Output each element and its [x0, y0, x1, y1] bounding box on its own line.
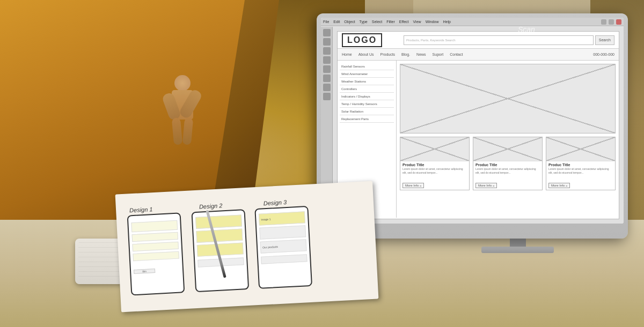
nav-about[interactable]: About Us: [358, 53, 374, 56]
menu-effect[interactable]: Effect: [399, 20, 409, 24]
website-wireframe: LOGO Products, Parts, Keywords Search Se…: [337, 31, 619, 219]
tool-text[interactable]: [323, 56, 331, 64]
product-title-1: Produc Title: [400, 161, 469, 167]
nav-support[interactable]: Suport: [433, 53, 444, 56]
product-image-1: [400, 137, 469, 161]
product-more-info-3[interactable]: More Info »: [548, 183, 570, 188]
nav-news[interactable]: News: [416, 53, 426, 56]
product-desc-1: Lorem ipsum dolor sit amet, consectetur …: [400, 167, 469, 175]
scan-annotation: Scan: [518, 25, 535, 34]
website-content: Produc Title Lorem ipsum dolor sit amet,…: [397, 61, 619, 218]
window-controls: [601, 19, 621, 25]
website-search-bar[interactable]: Products, Parts, Keywords Search: [404, 35, 594, 45]
product-card-3: Produc Title Lorem ipsum dolor sit amet,…: [546, 137, 616, 190]
design-label-1: Design 1: [129, 206, 153, 213]
sidebar-wind[interactable]: Wind Anemometer: [340, 70, 394, 78]
menu-window[interactable]: Window: [426, 20, 439, 24]
sidebar-weather[interactable]: Weather Stations: [340, 78, 394, 85]
wooden-mannequin: [161, 75, 204, 172]
menu-filter[interactable]: Filter: [386, 20, 395, 24]
website-logo: LOGO: [342, 33, 382, 47]
menu-type[interactable]: Type: [360, 20, 368, 24]
menu-select[interactable]: Select: [372, 20, 382, 24]
maximize-button[interactable]: [609, 19, 614, 25]
product-image-2: [473, 137, 542, 161]
website-header: LOGO Products, Parts, Keywords Search Se…: [338, 32, 619, 49]
product-image-3: [546, 137, 615, 161]
software-canvas: LOGO Products, Parts, Keywords Search Se…: [333, 27, 624, 224]
tool-crop[interactable]: [323, 75, 331, 82]
minimize-button[interactable]: [601, 19, 606, 25]
mannequin-head: [174, 75, 191, 91]
nav-blog[interactable]: Blog.: [401, 53, 410, 56]
tool-fill[interactable]: [323, 84, 331, 91]
phone-wireframe-2: [191, 209, 249, 292]
nav-phone: 000-000-000: [593, 53, 614, 56]
mannequin-left-leg: [172, 117, 182, 145]
product-more-info-2[interactable]: More Info »: [475, 183, 497, 188]
software-toolbar: File Edit Object Type Select Filter Effe…: [321, 18, 624, 26]
menu-help[interactable]: Help: [443, 20, 451, 24]
monitor-base: [481, 247, 554, 253]
tool-select[interactable]: [323, 29, 331, 36]
search-placeholder: Products, Parts, Keywords Search: [406, 39, 455, 42]
product-more-info-1[interactable]: More Info »: [402, 183, 424, 188]
menu-edit[interactable]: Edit: [333, 20, 340, 24]
sidebar-rainfall[interactable]: Rainfall Sensors: [340, 63, 394, 70]
mannequin-right-leg: [182, 117, 193, 145]
website-hero-image: [400, 64, 616, 133]
tool-zoom[interactable]: [323, 65, 331, 73]
product-card-1: Produc Title Lorem ipsum dolor sit amet,…: [400, 137, 470, 190]
product-title-3: Produc Title: [546, 161, 615, 167]
papers-content: Design 1 Design 2 Design 3 Btn Image 1: [121, 187, 373, 307]
website-nav: Home About Us Products Blog. News Suport…: [338, 49, 619, 61]
tool-shape[interactable]: [323, 47, 331, 55]
sidebar-indicators[interactable]: Indicators / Displays: [340, 93, 394, 100]
website-main: Rainfall Sensors Wind Anemometer Weather…: [338, 61, 619, 218]
sidebar-parts[interactable]: Replacement Parts: [340, 115, 394, 123]
sidebar-solar[interactable]: Solar Radiation: [340, 108, 394, 115]
product-desc-3: Lorem ipsum dolor sit amet, consectetur …: [546, 167, 615, 175]
sidebar-controllers[interactable]: Controllers: [340, 85, 394, 93]
phone-wireframe-1: Btn: [127, 212, 185, 295]
nav-products[interactable]: Products: [380, 53, 395, 56]
design-papers: Design 1 Design 2 Design 3 Btn Image 1: [115, 181, 379, 313]
product-card-2: Produc Title Lorem ipsum dolor sit amet,…: [473, 137, 543, 190]
product-desc-2: Lorem ipsum dolor sit amet, consectetur …: [473, 167, 542, 175]
website-search-button[interactable]: Search: [595, 35, 614, 45]
main-scene: Design 1 Design 2 Design 3 Btn Image 1: [0, 0, 644, 327]
product-title-2: Produc Title: [473, 161, 542, 167]
menu-file[interactable]: File: [323, 20, 329, 24]
sidebar-temp[interactable]: Temp / Humidity Sensors: [340, 100, 394, 108]
close-button[interactable]: [616, 19, 621, 25]
nav-home[interactable]: Home: [342, 53, 352, 56]
tool-eraser[interactable]: [323, 93, 331, 100]
phone-wireframe-3: Image 1 Our products: [254, 206, 312, 289]
design-label-2: Design 2: [199, 202, 223, 210]
menu-view[interactable]: View: [413, 20, 421, 24]
menu-object[interactable]: Object: [344, 20, 355, 24]
nav-contact[interactable]: Contact: [450, 53, 463, 56]
tool-pen[interactable]: [323, 38, 331, 46]
design-label-3: Design 3: [264, 199, 287, 206]
product-cards-row: Produc Title Lorem ipsum dolor sit amet,…: [400, 137, 616, 190]
